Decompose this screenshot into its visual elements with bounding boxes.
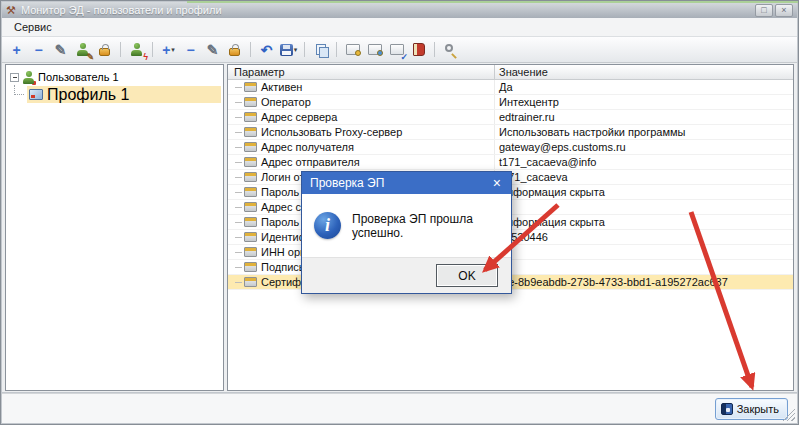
undo-icon: ↶ [261, 43, 273, 57]
parameter-label: Использовать Proxy-сервер [261, 126, 402, 138]
magnifier-icon [445, 44, 453, 52]
user-lightning-icon-overlay: ϟ [143, 53, 148, 62]
exit-icon [721, 403, 733, 415]
save-icon [280, 44, 293, 56]
value-cell [495, 260, 793, 274]
tree-dash [235, 207, 242, 208]
close-button[interactable]: Закрыть [715, 398, 788, 420]
toolbar-separator [336, 42, 337, 57]
remove-user-button[interactable]: − [28, 40, 49, 60]
toolbar-separator [434, 42, 435, 57]
close-window-button[interactable]: × [775, 4, 793, 17]
tree-dash [235, 132, 242, 133]
user-edit-icon-overlay: ✎ [86, 53, 94, 62]
tree-dash [235, 252, 242, 253]
window-title: Монитор ЭД - пользователи и профили [21, 4, 222, 16]
plus-icon: + [162, 43, 170, 57]
rename-profile-button[interactable]: ✎ [202, 40, 223, 60]
maximize-button[interactable]: □ [755, 4, 773, 17]
app-window: ⚒ Монитор ЭД - пользователи и профили □ … [0, 0, 799, 425]
parameter-cell: Активен [228, 80, 495, 94]
tree-item-profile[interactable]: Профиль 1 [27, 86, 221, 103]
title-bar[interactable]: ⚒ Монитор ЭД - пользователи и профили □ … [2, 2, 797, 18]
signature-check-dialog: Проверка ЭП × i Проверка ЭП прошла успеш… [301, 171, 512, 294]
parameter-label: Адрес получателя [261, 141, 354, 153]
dropdown-caret-icon[interactable]: ▾ [171, 46, 175, 54]
check-signature-button[interactable]: ϟ [126, 40, 147, 60]
collapse-icon[interactable] [10, 73, 19, 82]
status-bar: Закрыть [2, 393, 797, 423]
parameter-icon [244, 217, 257, 227]
add-profile-button[interactable]: +▾ [158, 40, 179, 60]
dialog-body: i Проверка ЭП прошла успешно. [302, 194, 511, 257]
parameter-label: Оператор [261, 96, 311, 108]
value-cell: gateway@eps.customs.ru [495, 140, 793, 154]
window-controls: □ × [755, 4, 793, 17]
copy-button[interactable] [310, 40, 331, 60]
dropdown-caret-icon[interactable]: ▾ [294, 46, 298, 54]
parameter-icon [244, 277, 257, 287]
table-row[interactable]: Адрес отправителяt171_cacaeva@info [228, 155, 793, 170]
value-cell: Интехцентр [495, 95, 793, 109]
report-button[interactable] [408, 40, 429, 60]
parameter-icon [244, 127, 257, 137]
value-cell: t171_cacaeva@info [495, 155, 793, 169]
save-button[interactable]: ▾ [278, 40, 299, 60]
toolbar-separator [304, 42, 305, 57]
table-row[interactable]: Использовать Proxy-серверИспользовать на… [228, 125, 793, 140]
ok-button[interactable]: OK [436, 264, 498, 287]
info-icon: i [314, 212, 341, 239]
dialog-title-bar[interactable]: Проверка ЭП × [302, 172, 511, 194]
value-cell [495, 200, 793, 214]
parameter-icon [244, 202, 257, 212]
minus-icon: − [34, 43, 42, 57]
value-cell [495, 245, 793, 259]
minus-icon: − [186, 43, 194, 57]
tree-dash [235, 222, 242, 223]
tree-dash [235, 162, 242, 163]
parameter-cell: Адрес получателя [228, 140, 495, 154]
table-row[interactable]: ОператорИнтехцентр [228, 95, 793, 110]
tree-dash [235, 117, 242, 118]
edit-user-button[interactable]: ✎ [72, 40, 93, 60]
table-row[interactable]: АктивенДа [228, 80, 793, 95]
lock-icon [229, 48, 240, 56]
certificate-view-button[interactable] [364, 40, 385, 60]
column-header-value[interactable]: Значение [495, 65, 793, 79]
search-button[interactable] [440, 40, 461, 60]
parameter-icon [244, 187, 257, 197]
dialog-footer: OK [302, 257, 511, 293]
plus-icon: + [12, 43, 20, 57]
lock-user-button[interactable] [94, 40, 115, 60]
table-row[interactable]: Адрес получателяgateway@eps.customs.ru [228, 140, 793, 155]
rename-user-button[interactable]: ✎ [50, 40, 71, 60]
value-cell: Информация скрыта [495, 185, 793, 199]
certificate-check-button[interactable]: ✓ [386, 40, 407, 60]
certificate-button[interactable] [342, 40, 363, 60]
column-header-parameter[interactable]: Параметр [228, 65, 495, 79]
parameter-icon [244, 232, 257, 242]
parameter-cell: Адрес отправителя [228, 155, 495, 169]
tree-dash [235, 192, 242, 193]
dialog-message: Проверка ЭП прошла успешно. [352, 212, 499, 240]
parameter-icon [244, 142, 257, 152]
tree-dash [235, 102, 242, 103]
table-row[interactable]: Адрес сервераedtrainer.ru [228, 110, 793, 125]
parameter-icon [244, 82, 257, 92]
tree-dash [235, 267, 242, 268]
copy-icon [316, 44, 325, 55]
undo-button[interactable]: ↶ [256, 40, 277, 60]
tree-dash [235, 87, 242, 88]
user-lightning-icon [131, 43, 142, 56]
add-user-button[interactable]: + [6, 40, 27, 60]
value-cell: t171_cacaeva [495, 170, 793, 184]
app-tools-icon: ⚒ [6, 5, 16, 16]
menu-service[interactable]: Сервис [7, 19, 59, 35]
tree-item-user[interactable]: Пользователь 1 [6, 69, 223, 85]
toolbar-separator [250, 42, 251, 57]
dialog-close-icon[interactable]: × [491, 176, 503, 190]
parameter-icon [244, 262, 257, 272]
certificate-check-icon-overlay: ✓ [400, 53, 408, 62]
remove-profile-button[interactable]: − [180, 40, 201, 60]
lock-profile-button[interactable] [224, 40, 245, 60]
